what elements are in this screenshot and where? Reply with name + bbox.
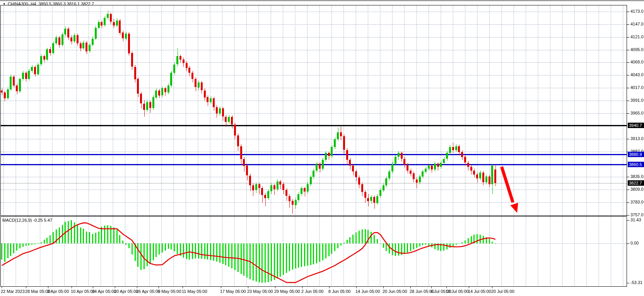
- chart-window: ▼CHINA300-,H4 3850.5 3860.3 3816.1 3822.…: [0, 0, 644, 296]
- price-chart-canvas[interactable]: [0, 0, 644, 296]
